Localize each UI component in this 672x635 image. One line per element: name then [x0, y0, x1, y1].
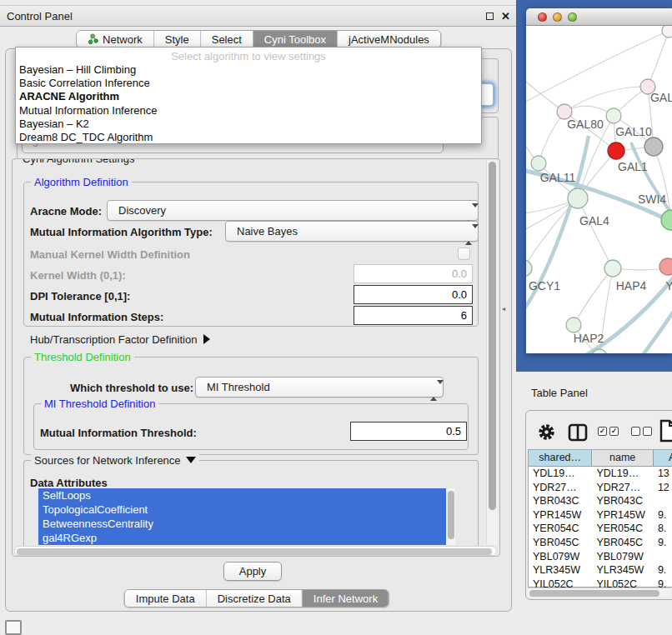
gear-icon[interactable]	[538, 423, 555, 441]
network-node-hap2[interactable]	[566, 318, 581, 332]
stepper-arrows-icon	[465, 225, 472, 244]
node-label: Y	[665, 279, 672, 292]
algorithm-option[interactable]: Mutual Information Inference	[16, 104, 481, 118]
table-header-row: shared…nameA…	[529, 450, 672, 467]
table-horizontal-scrollbar[interactable]	[528, 588, 671, 597]
apply-button[interactable]: Apply	[223, 562, 282, 581]
which-threshold-combobox[interactable]: MI Threshold	[195, 377, 444, 398]
tab-label: Select	[212, 31, 242, 48]
attribute-item[interactable]: BetweennessCentrality	[38, 517, 446, 531]
attribute-item[interactable]: TopologicalCoefficient	[38, 502, 446, 517]
network-edge[interactable]	[564, 87, 648, 112]
algorithm-option[interactable]: Bayesian – K2	[16, 118, 481, 131]
attribute-item[interactable]: SelfLoops	[38, 488, 446, 502]
network-canvas[interactable]: GALGAL80GAL10GAL1GAL11SWI4GAL4GCY1HAP4YH…	[526, 26, 672, 353]
network-node[interactable]	[644, 138, 663, 156]
settings-horizontal-scrollbar[interactable]	[14, 546, 497, 556]
algorithm-option[interactable]: ARACNE Algorithm	[16, 90, 481, 103]
tab-label: Network	[103, 31, 143, 48]
sources-toggle[interactable]: Sources for Network Inference	[31, 454, 199, 467]
mi-threshold-field[interactable]: 0.5	[350, 422, 467, 441]
network-node-y[interactable]	[659, 258, 672, 275]
network-node-gcy1[interactable]	[526, 260, 532, 277]
table-row[interactable]: YPR145WYPR145W9.	[529, 508, 672, 522]
columns-icon[interactable]	[568, 423, 588, 442]
tab-infer-network[interactable]: Infer Network	[302, 590, 389, 607]
tab-select[interactable]: Select	[200, 31, 253, 48]
network-node-hap4[interactable]	[604, 260, 621, 277]
tab-impute-data[interactable]: Impute Data	[125, 590, 206, 607]
unchecked-checkbox-icon[interactable]	[643, 427, 652, 436]
checked-checkbox-icon[interactable]: ✓	[598, 427, 607, 436]
network-graph[interactable]: GALGAL80GAL10GAL1GAL11SWI4GAL4GCY1HAP4YH…	[526, 26, 672, 353]
table-body: YDL19…YDL19…13YDR27…YDR27…12YBR043CYBR04…	[529, 467, 672, 591]
tab-network[interactable]: Network	[77, 31, 153, 48]
zoom-traffic-light-icon[interactable]	[568, 12, 577, 22]
algorithm-option[interactable]: Dream8 DC_TDC Algorithm	[16, 131, 481, 144]
attributes-scrollbar[interactable]	[446, 488, 455, 545]
table-cell: 8.	[654, 522, 672, 536]
table-row[interactable]: YLR345WYLR345W9.	[529, 563, 672, 578]
mi-type-combobox[interactable]: Naive Bayes	[225, 221, 479, 242]
control-panel-titlebar: Control Panel ✕	[0, 5, 517, 27]
network-edge[interactable]	[618, 268, 659, 270]
network-window-titlebar[interactable]	[526, 8, 672, 26]
data-attributes-label: Data Attributes	[30, 477, 108, 489]
mi-threshold-label: Mutual Information Threshold:	[40, 427, 197, 439]
network-edge[interactable]	[578, 198, 613, 268]
tab-cyni-toolbox[interactable]: Cyni Toolbox	[253, 31, 337, 48]
network-node-swi4[interactable]	[661, 210, 672, 230]
dpi-tolerance-field[interactable]: 0.0	[354, 285, 473, 304]
minimized-panel-icon[interactable]	[5, 620, 22, 635]
tab-style[interactable]: Style	[153, 31, 200, 48]
kernel-width-field[interactable]: 0.0	[354, 264, 473, 283]
close-window-icon[interactable]: ✕	[501, 11, 510, 22]
table-cell: YPR145W	[592, 508, 654, 522]
dpi-tolerance-label: DPI Tolerance [0,1]:	[30, 290, 130, 302]
table-cell: 13	[654, 467, 672, 481]
settings-vertical-scrollbar[interactable]	[486, 160, 498, 545]
panel-divider-grip[interactable]: ◂	[502, 305, 505, 312]
table-cell	[654, 494, 672, 508]
network-edge[interactable]	[539, 112, 564, 163]
column-header-shared[interactable]: shared…	[529, 450, 592, 467]
column-header-a[interactable]: A…	[654, 450, 672, 467]
algorithm-option[interactable]: Basic Correlation Inference	[16, 77, 481, 90]
document-icon[interactable]	[659, 419, 672, 442]
network-node[interactable]	[662, 26, 672, 38]
network-node-gal4[interactable]	[568, 188, 588, 208]
table-row[interactable]: YBL079WYBL079W	[529, 550, 672, 564]
tab-discretize-data[interactable]: Discretize Data	[206, 590, 302, 607]
network-desktop: GALGAL80GAL10GAL1GAL11SWI4GAL4GCY1HAP4YH…	[516, 0, 672, 372]
table-row[interactable]: YER054CYER054C8.	[529, 522, 672, 536]
column-header-name[interactable]: name	[592, 450, 654, 467]
tab-jactivemnodules[interactable]: jActiveMNodules	[337, 31, 440, 48]
restore-window-icon[interactable]	[486, 12, 494, 20]
network-view-window[interactable]: GALGAL80GAL10GAL1GAL11SWI4GAL4GCY1HAP4YH…	[526, 8, 672, 353]
manual-kernel-checkbox[interactable]	[458, 248, 470, 260]
network-node-gal10[interactable]	[606, 108, 621, 123]
close-traffic-light-icon[interactable]	[538, 12, 547, 22]
checked-checkbox-icon[interactable]: ✓	[609, 427, 619, 436]
table-row[interactable]: YDR27…YDR27…12	[529, 481, 672, 495]
table-cell: YDL19…	[529, 467, 592, 481]
table-cell	[654, 550, 672, 564]
network-edge[interactable]	[574, 268, 613, 325]
network-node-gal11[interactable]	[531, 156, 546, 171]
table-row[interactable]: YBR045CYBR045C9.	[529, 536, 672, 550]
table-row[interactable]: YBR043CYBR043C	[529, 494, 672, 508]
top-tab-bar: NetworkStyleSelectCyni ToolboxjActiveMNo…	[76, 30, 441, 48]
table-row[interactable]: YDL19…YDL19…13	[529, 467, 672, 481]
hub-definition-toggle[interactable]: Hub/Transcription Factor Definition	[30, 333, 210, 346]
mi-threshold-definition-title: MI Threshold Definition	[41, 398, 158, 410]
algorithm-option[interactable]: Bayesian – Hill Climbing	[16, 63, 481, 77]
table-panel-title: Table Panel	[531, 387, 588, 399]
unchecked-checkbox-icon[interactable]	[631, 427, 640, 436]
attribute-item[interactable]: gal4RGexp	[38, 531, 446, 545]
network-node-gal1[interactable]	[608, 142, 624, 159]
mi-type-value: Naive Bayes	[237, 225, 298, 238]
minimize-traffic-light-icon[interactable]	[553, 12, 562, 22]
collapsed-arrow-icon	[203, 334, 210, 344]
aracne-mode-combobox[interactable]: Discovery	[107, 200, 479, 221]
mi-steps-field[interactable]: 6	[354, 306, 473, 325]
